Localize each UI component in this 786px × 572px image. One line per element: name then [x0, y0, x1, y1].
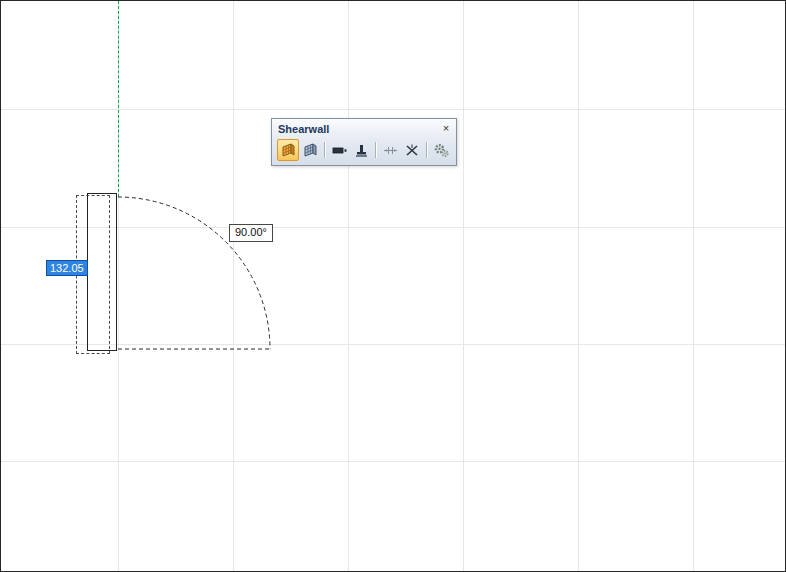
snap-guide-line [118, 1, 119, 197]
close-icon[interactable]: × [439, 122, 453, 135]
grid-line-vertical [348, 1, 349, 571]
grid-line-vertical [578, 1, 579, 571]
toolbar-titlebar[interactable]: Shearwall × [272, 119, 456, 137]
grid-line-horizontal [1, 344, 785, 345]
settings-gears-icon [433, 142, 450, 159]
grid-line-horizontal [1, 461, 785, 462]
shearwall-toolbar: Shearwall × [271, 118, 457, 166]
grid-line-vertical [233, 1, 234, 571]
toolbar-separator [375, 142, 376, 158]
settings-button[interactable] [430, 139, 452, 161]
draw-shearwall-icon [280, 142, 297, 159]
wall-column-base-icon [353, 142, 370, 159]
grid-line-vertical [693, 1, 694, 571]
toolbar-icon-row [272, 137, 456, 165]
wall-element[interactable] [87, 193, 117, 351]
align-nodes-button[interactable] [379, 139, 401, 161]
wall-beam-button[interactable] [328, 139, 350, 161]
toolbar-separator [426, 142, 427, 158]
grid-line-vertical [463, 1, 464, 571]
angle-readout: 90.00° [229, 224, 273, 242]
wall-column-base-button[interactable] [350, 139, 372, 161]
toolbar-separator [324, 142, 325, 158]
toolbar-title: Shearwall [278, 123, 329, 135]
grid-line-horizontal [1, 227, 785, 228]
dimension-input[interactable]: 132.05 [46, 260, 88, 276]
draw-shearwall-button[interactable] [277, 139, 299, 161]
delete-shearwall-button[interactable] [401, 139, 423, 161]
cad-canvas[interactable]: 90.00° 132.05 Shearwall × [0, 0, 786, 572]
shearwall-secondary-button[interactable] [299, 139, 321, 161]
wall-beam-icon [331, 142, 348, 159]
shearwall-secondary-icon [302, 142, 319, 159]
delete-shearwall-icon [404, 142, 421, 159]
align-nodes-icon [382, 142, 399, 159]
